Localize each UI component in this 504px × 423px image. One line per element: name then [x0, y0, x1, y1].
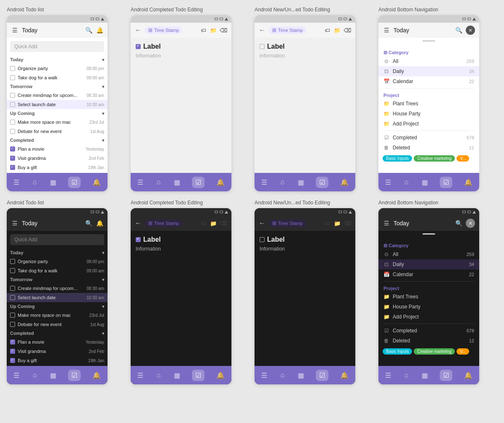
- checkbox[interactable]: [10, 66, 15, 71]
- drawer-deleted-item[interactable]: 🗑 Deleted 12: [378, 143, 479, 153]
- home-nav-icon[interactable]: ⌂: [155, 370, 163, 381]
- search-icon[interactable]: 🔍: [455, 219, 462, 227]
- bell-nav-icon[interactable]: 🔔: [462, 177, 474, 188]
- todo-item[interactable]: Debate for new event 1st Aug: [7, 320, 108, 329]
- checkbox[interactable]: [10, 93, 15, 98]
- calendar-nav-icon[interactable]: ▦: [420, 370, 430, 381]
- todo-nav-icon[interactable]: ☑: [68, 177, 81, 188]
- todo-item[interactable]: Select launch date 10:30 am: [7, 293, 108, 302]
- menu-nav-icon[interactable]: ☰: [383, 177, 393, 188]
- bell-nav-icon[interactable]: 🔔: [462, 370, 474, 381]
- menu-nav-icon[interactable]: ☰: [12, 370, 21, 381]
- section-header-completed[interactable]: Completed▾: [7, 136, 108, 144]
- menu-icon[interactable]: ☰: [11, 219, 18, 227]
- delete-icon[interactable]: ⌫: [344, 26, 351, 34]
- checkbox[interactable]: [10, 129, 15, 134]
- section-header-completed[interactable]: Completed▾: [7, 329, 108, 337]
- menu-nav-icon[interactable]: ☰: [260, 177, 269, 188]
- checkbox[interactable]: [10, 259, 15, 264]
- drawer-completed-item[interactable]: ☑ Completed 678: [378, 326, 479, 336]
- menu-nav-icon[interactable]: ☰: [383, 370, 393, 381]
- section-header-tomorrow[interactable]: Tomorrow▾: [7, 275, 108, 284]
- edit-checkbox[interactable]: [260, 44, 265, 49]
- checkbox[interactable]: [10, 322, 15, 327]
- menu-nav-icon[interactable]: ☰: [136, 370, 145, 381]
- back-button[interactable]: ←: [135, 219, 142, 227]
- calendar-nav-icon[interactable]: ▦: [172, 177, 182, 188]
- tag-icon[interactable]: 🏷: [323, 26, 331, 34]
- home-nav-icon[interactable]: ⌂: [155, 177, 163, 188]
- todo-item[interactable]: Buy a gift 19th Jan: [7, 163, 108, 172]
- todo-nav-icon[interactable]: ☑: [316, 370, 328, 381]
- calendar-nav-icon[interactable]: ▦: [172, 370, 182, 381]
- back-button[interactable]: ←: [259, 219, 265, 227]
- bell-nav-icon[interactable]: 🔔: [215, 177, 226, 188]
- todo-item[interactable]: Organize party 08:00 pm: [7, 64, 108, 73]
- edit-checkbox[interactable]: [260, 237, 265, 242]
- todo-nav-icon[interactable]: ☑: [440, 177, 452, 188]
- delete-icon[interactable]: ⌫: [220, 219, 227, 227]
- home-nav-icon[interactable]: ⌂: [279, 370, 286, 381]
- menu-icon[interactable]: ☰: [383, 26, 390, 34]
- bell-nav-icon[interactable]: 🔔: [215, 370, 226, 381]
- drawer-category-item[interactable]: 📅 Calendar 22: [378, 76, 479, 86]
- checkbox[interactable]: [10, 156, 15, 161]
- checkbox[interactable]: [10, 295, 15, 300]
- todo-nav-icon[interactable]: ☑: [192, 177, 205, 188]
- bell-nav-icon[interactable]: 🔔: [339, 177, 350, 188]
- tag[interactable]: Basic Inputs: [383, 155, 412, 162]
- drawer-project-item[interactable]: 📁 House Party: [378, 302, 479, 312]
- delete-icon[interactable]: ⌫: [344, 219, 351, 227]
- checkbox[interactable]: [10, 165, 15, 170]
- drawer-deleted-item[interactable]: 🗑 Deleted 12: [378, 336, 479, 346]
- calendar-nav-icon[interactable]: ▦: [296, 370, 306, 381]
- drawer-project-item[interactable]: 📁 House Party: [378, 109, 479, 119]
- tag[interactable]: V...: [457, 155, 469, 162]
- search-icon[interactable]: 🔍: [455, 26, 462, 34]
- close-button[interactable]: ×: [466, 26, 475, 35]
- checkbox[interactable]: [10, 349, 15, 354]
- todo-item[interactable]: Create mindmap for upcom... 08:30 am: [7, 91, 108, 100]
- tag[interactable]: V...: [457, 348, 469, 355]
- calendar-nav-icon[interactable]: ▦: [48, 177, 58, 188]
- drawer-completed-item[interactable]: ☑ Completed 678: [378, 133, 479, 143]
- drawer-category-item[interactable]: ⊙ All 259: [378, 249, 479, 259]
- calendar-nav-icon[interactable]: ▦: [48, 370, 58, 381]
- folder-icon[interactable]: 📁: [333, 26, 341, 34]
- close-button[interactable]: ×: [466, 219, 475, 228]
- todo-item[interactable]: Take dog for a walk 09:00 am: [7, 73, 108, 82]
- checkbox[interactable]: [10, 313, 15, 318]
- search-icon[interactable]: 🔍: [85, 26, 92, 34]
- todo-item[interactable]: Take dog for a walk 09:00 am: [7, 266, 108, 275]
- drawer-project-item[interactable]: 📁 Add Project: [378, 119, 479, 129]
- home-nav-icon[interactable]: ⌂: [279, 177, 286, 188]
- section-header-today[interactable]: Today▾: [7, 55, 108, 64]
- todo-nav-icon[interactable]: ☑: [192, 370, 205, 381]
- todo-nav-icon[interactable]: ☑: [68, 370, 81, 381]
- back-button[interactable]: ←: [135, 26, 142, 34]
- edit-checkbox[interactable]: [136, 237, 141, 242]
- quick-add[interactable]: Quick Add: [10, 234, 104, 245]
- bell-icon[interactable]: 🔔: [96, 219, 103, 227]
- todo-item[interactable]: Make more space on mac 23rd Jul: [7, 311, 108, 320]
- back-button[interactable]: ←: [259, 26, 265, 34]
- home-nav-icon[interactable]: ⌂: [403, 177, 410, 188]
- todo-item[interactable]: Organize party 08:00 pm: [7, 257, 108, 266]
- folder-icon[interactable]: 📁: [210, 26, 217, 34]
- timestamp-badge[interactable]: ⊞ Time Stamp: [145, 26, 182, 34]
- todo-item[interactable]: Plan a movie Yesterday: [7, 337, 108, 347]
- todo-item[interactable]: Buy a gift 19th Jan: [7, 356, 108, 365]
- quick-add[interactable]: Quick Add: [10, 41, 104, 52]
- tag-icon[interactable]: 🏷: [323, 219, 331, 227]
- section-header-up-coming[interactable]: Up Coming▾: [7, 302, 108, 311]
- checkbox[interactable]: [10, 358, 15, 363]
- drawer-category-item[interactable]: ⊙ All 259: [378, 56, 479, 66]
- section-header-up-coming[interactable]: Up Coming▾: [7, 109, 108, 118]
- checkbox[interactable]: [10, 102, 15, 107]
- checkbox[interactable]: [10, 146, 15, 151]
- menu-nav-icon[interactable]: ☰: [12, 177, 21, 188]
- search-icon[interactable]: 🔍: [85, 219, 92, 227]
- todo-nav-icon[interactable]: ☑: [440, 370, 452, 381]
- drawer-category-item[interactable]: 📅 Calendar 22: [378, 269, 479, 279]
- timestamp-badge[interactable]: ⊞ Time Stamp: [269, 26, 306, 34]
